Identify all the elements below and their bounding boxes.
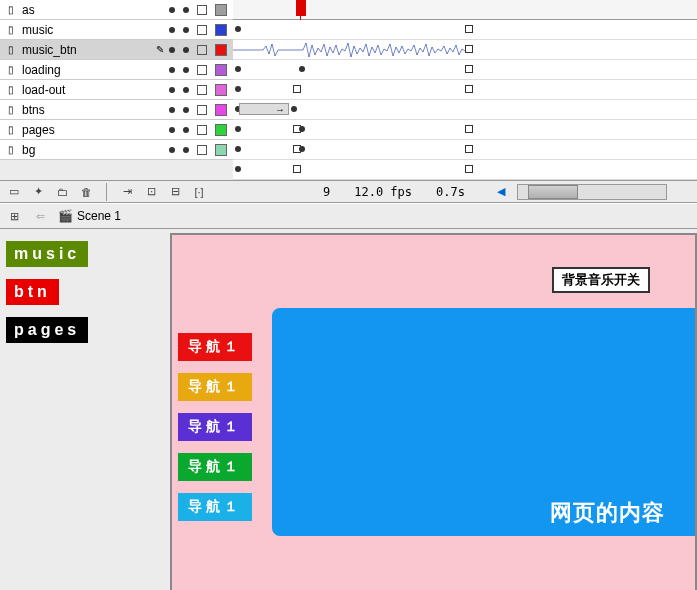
lock-dot[interactable] <box>183 47 189 53</box>
nav-button[interactable]: 导航１ <box>178 333 252 361</box>
playhead[interactable] <box>296 0 306 16</box>
lock-dot[interactable] <box>183 127 189 133</box>
keyframe[interactable] <box>465 85 473 93</box>
track-row[interactable] <box>233 80 697 100</box>
center-frame-icon[interactable]: ⇥ <box>119 184 135 200</box>
keyframe[interactable] <box>465 65 473 73</box>
trash-icon[interactable]: 🗑 <box>78 184 94 200</box>
stage-canvas[interactable]: 背景音乐开关 网页的内容 导航１导航１导航１导航１导航１ <box>170 233 697 590</box>
keyframe[interactable] <box>299 126 305 132</box>
library-tag[interactable]: pages <box>6 317 88 343</box>
timeline-tracks[interactable]: → <box>233 0 697 180</box>
nav-button[interactable]: 导航１ <box>178 453 252 481</box>
library-tag[interactable]: btn <box>6 279 59 305</box>
outline-toggle[interactable] <box>197 125 207 135</box>
bgm-toggle-button[interactable]: 背景音乐开关 <box>552 267 650 293</box>
outline-toggle[interactable] <box>197 5 207 15</box>
layer-color-chip[interactable] <box>215 64 227 76</box>
lock-dot[interactable] <box>183 67 189 73</box>
lock-dot[interactable] <box>183 147 189 153</box>
track-row[interactable] <box>233 120 697 140</box>
nav-button[interactable]: 导航１ <box>178 373 252 401</box>
layer-color-chip[interactable] <box>215 24 227 36</box>
layer-row[interactable]: ▯ load-out <box>0 80 233 100</box>
layer-row[interactable]: ▯ loading <box>0 60 233 80</box>
add-motion-icon[interactable]: ✦ <box>30 184 46 200</box>
onion-outline-icon[interactable]: ⊟ <box>167 184 183 200</box>
layer-row[interactable]: ▯ pages <box>0 120 233 140</box>
scroll-left-icon[interactable]: ◀ <box>493 184 509 200</box>
outline-toggle[interactable] <box>197 145 207 155</box>
layer-color-chip[interactable] <box>215 44 227 56</box>
add-folder-icon[interactable]: 🗀 <box>54 184 70 200</box>
keyframe[interactable] <box>235 26 241 32</box>
visibility-dot[interactable] <box>169 7 175 13</box>
nav-button[interactable]: 导航１ <box>178 493 252 521</box>
edit-scene-icon[interactable]: ⊞ <box>6 208 22 224</box>
layer-name[interactable]: loading <box>20 63 169 77</box>
layer-row[interactable]: ▯ music <box>0 20 233 40</box>
add-layer-icon[interactable]: ▭ <box>6 184 22 200</box>
layer-name[interactable]: bg <box>20 143 169 157</box>
layer-name[interactable]: as <box>20 3 169 17</box>
visibility-dot[interactable] <box>169 47 175 53</box>
scene-crumb[interactable]: 🎬 Scene 1 <box>58 209 121 223</box>
layer-color-chip[interactable] <box>215 104 227 116</box>
visibility-dot[interactable] <box>169 27 175 33</box>
keyframe[interactable] <box>465 165 473 173</box>
layer-color-chip[interactable] <box>215 4 227 16</box>
layer-color-chip[interactable] <box>215 124 227 136</box>
track-row[interactable] <box>233 60 697 80</box>
layer-name[interactable]: pages <box>20 123 169 137</box>
lock-dot[interactable] <box>183 7 189 13</box>
keyframe[interactable] <box>465 145 473 153</box>
outline-toggle[interactable] <box>197 65 207 75</box>
content-box[interactable]: 网页的内容 <box>272 308 695 536</box>
keyframe[interactable] <box>235 66 241 72</box>
visibility-dot[interactable] <box>169 67 175 73</box>
timeline-scrollbar[interactable] <box>517 184 667 200</box>
edit-multi-icon[interactable]: [·] <box>191 184 207 200</box>
keyframe[interactable] <box>293 165 301 173</box>
lock-dot[interactable] <box>183 87 189 93</box>
keyframe[interactable] <box>299 66 305 72</box>
layer-name[interactable]: music_btn <box>20 43 153 57</box>
layer-name[interactable]: music <box>20 23 169 37</box>
layer-color-chip[interactable] <box>215 84 227 96</box>
keyframe[interactable] <box>235 146 241 152</box>
visibility-dot[interactable] <box>169 127 175 133</box>
track-row[interactable] <box>233 160 697 180</box>
outline-toggle[interactable] <box>197 45 207 55</box>
layer-row[interactable]: ▯ as <box>0 0 233 20</box>
keyframe[interactable] <box>291 106 297 112</box>
keyframe[interactable] <box>235 126 241 132</box>
library-tag[interactable]: music <box>6 241 88 267</box>
layer-row[interactable]: ▯ bg <box>0 140 233 160</box>
track-row[interactable]: → <box>233 100 697 120</box>
keyframe[interactable] <box>465 45 473 53</box>
keyframe[interactable] <box>293 85 301 93</box>
scrollbar-thumb[interactable] <box>528 185 578 199</box>
layer-name[interactable]: load-out <box>20 83 169 97</box>
track-row[interactable] <box>233 20 697 40</box>
layer-row[interactable]: ▯ music_btn ✎ <box>0 40 233 60</box>
timeline-ruler[interactable] <box>233 0 697 20</box>
keyframe[interactable] <box>299 146 305 152</box>
track-row[interactable] <box>233 140 697 160</box>
outline-toggle[interactable] <box>197 25 207 35</box>
nav-button[interactable]: 导航１ <box>178 413 252 441</box>
keyframe[interactable] <box>465 125 473 133</box>
outline-toggle[interactable] <box>197 105 207 115</box>
layer-name[interactable]: btns <box>20 103 169 117</box>
layer-color-chip[interactable] <box>215 144 227 156</box>
keyframe[interactable] <box>465 25 473 33</box>
track-row[interactable] <box>233 40 697 60</box>
keyframe[interactable] <box>235 86 241 92</box>
lock-dot[interactable] <box>183 107 189 113</box>
outline-toggle[interactable] <box>197 85 207 95</box>
visibility-dot[interactable] <box>169 107 175 113</box>
tween-span[interactable]: → <box>239 103 289 115</box>
onion-skin-icon[interactable]: ⊡ <box>143 184 159 200</box>
visibility-dot[interactable] <box>169 87 175 93</box>
keyframe[interactable] <box>235 166 241 172</box>
